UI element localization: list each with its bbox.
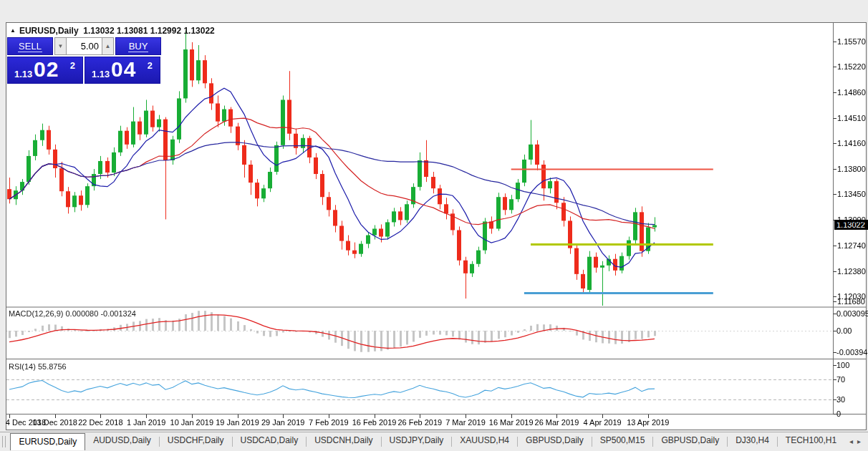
date-axis-label: 29 Jan 2019 <box>261 418 305 427</box>
price-axis-label: 1.13450 <box>837 190 866 198</box>
date-axis-label: 16 Mar 2019 <box>489 418 534 427</box>
chart-tab-gbpusd-daily[interactable]: GBPUSD,Daily <box>518 432 592 447</box>
rsi-label: RSI(14) 55.8756 <box>9 362 67 371</box>
volume-stepper: ▼ ▲ <box>54 37 114 56</box>
buy-button[interactable]: BUY <box>115 37 161 55</box>
rsi-axis-label: 100 <box>836 361 849 369</box>
price-axis-label: 1.12740 <box>837 241 866 250</box>
buy-price-sup: 2 <box>148 60 153 71</box>
date-axis-label: 4 Apr 2019 <box>583 418 621 427</box>
chart-title-ohlc: 1.13032 1.13081 1.12992 1.13022 <box>83 26 215 36</box>
sell-button[interactable]: SELL <box>7 37 53 55</box>
price-axis-label: 1.12380 <box>837 267 866 276</box>
date-axis-label: 7 Mar 2019 <box>445 418 486 427</box>
tabbar-grip[interactable] <box>2 436 6 447</box>
chart-tab-bar: EURUSD,DailyAUDUSD,DailyUSDCHF,DailyUSDC… <box>0 432 868 451</box>
date-axis-label: 22 Dec 2018 <box>78 418 122 427</box>
sell-price-small: 1.13 <box>14 69 32 79</box>
chart-tab-eurusd-daily[interactable]: EURUSD,Daily <box>10 433 85 450</box>
buy-price-small: 1.13 <box>92 69 110 79</box>
chart-tab-usdchf-daily[interactable]: USDCHF,Daily <box>160 432 232 447</box>
price-axis-label: 1.13800 <box>837 165 866 173</box>
chart-tab-dj30-h4[interactable]: DJ30,H4 <box>728 432 777 447</box>
macd-label: MACD(12,26,9) 0.000080 -0.001324 <box>9 309 136 318</box>
rsi-axis-label: 30 <box>836 395 845 404</box>
sell-price-panel[interactable]: 1.13 02 2 <box>7 57 83 84</box>
price-axis-label: 1.14860 <box>837 88 866 97</box>
chart-tab-audusd-daily[interactable]: AUDUSD,Daily <box>85 432 159 447</box>
date-axis-label: 7 Feb 2019 <box>309 418 349 427</box>
date-axis-label: 10 Jan 2019 <box>170 418 214 427</box>
rsi-axis-label: 70 <box>836 375 845 384</box>
date-axis-label: 13 Dec 2018 <box>32 418 77 427</box>
collapse-triangle-icon: ▲ <box>10 27 16 34</box>
date-axis-label: 13 Apr 2019 <box>627 418 669 427</box>
chart-tab-usdcad-daily[interactable]: USDCAD,Daily <box>233 432 307 447</box>
rsi-axis-label: 0 <box>836 409 841 418</box>
trading-platform-window: 15M30H1H4D1W1MN ▲EURUSD,Daily 1.13032 1.… <box>0 0 868 451</box>
buy-price-big: 04 <box>111 57 136 82</box>
date-axis-label: 26 Feb 2019 <box>397 418 442 427</box>
volume-input[interactable] <box>67 37 102 55</box>
chart-tab-gbpusd-daily[interactable]: GBPUSD,Daily <box>653 432 727 447</box>
chart-tab-usdcnh-daily[interactable]: USDCNH,Daily <box>307 432 380 447</box>
date-axis-label: 16 Feb 2019 <box>352 418 397 427</box>
price-axis-label: 1.14160 <box>837 139 866 147</box>
volume-increase-icon[interactable]: ▲ <box>102 37 114 55</box>
one-click-trade-widget: SELL ▼ ▲ BUY 1.13 02 2 1.13 04 2 <box>7 37 166 84</box>
date-axis-label: 1 Jan 2019 <box>127 418 165 427</box>
sell-price-big: 02 <box>34 57 59 82</box>
chart-tab-usdjpy-daily[interactable]: USDJPY,Daily <box>382 432 452 447</box>
macd-axis-label: 0.00 <box>836 326 852 335</box>
price-axis-label: 1.14510 <box>837 114 866 122</box>
date-axis-label: 19 Jan 2019 <box>216 418 259 427</box>
price-axis-label: 1.15220 <box>837 62 866 71</box>
chart-title-symbol: EURUSD,Daily <box>19 26 79 36</box>
macd-axis-label: -0.003947 <box>836 348 868 357</box>
sell-price-sup: 2 <box>70 60 75 71</box>
chart-tab-xauusd-h4[interactable]: XAUUSD,H4 <box>452 432 517 447</box>
chart-tab-sp500-m15[interactable]: SP500,M15 <box>592 432 653 447</box>
macd-axis-label: 0.003095 <box>836 309 868 318</box>
price-axis-label: 1.11680 <box>837 297 865 306</box>
volume-decrease-icon[interactable]: ▼ <box>54 37 67 55</box>
chart-title: ▲EURUSD,Daily 1.13032 1.13081 1.12992 1.… <box>10 26 215 36</box>
price-axis-label: 1.13090 <box>837 215 866 224</box>
price-axis-label: 1.15570 <box>837 37 866 46</box>
buy-price-panel[interactable]: 1.13 04 2 <box>85 57 160 84</box>
chart-tab-tech100-h1[interactable]: TECH100,H1 <box>778 432 844 447</box>
date-axis-label: 26 Mar 2019 <box>535 418 579 427</box>
tab-scroll-arrows: ◂▸ <box>849 437 865 445</box>
tab-scroll-left-icon[interactable]: ◂ <box>849 437 857 445</box>
tab-scroll-right-icon[interactable]: ▸ <box>857 437 865 445</box>
